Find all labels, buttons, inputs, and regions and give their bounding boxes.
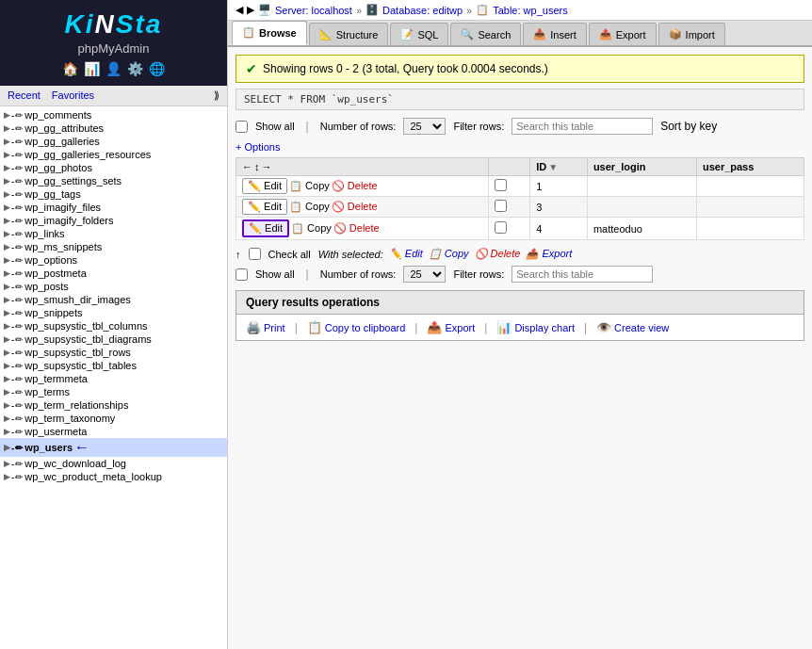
- tab-sql[interactable]: 📝 SQL: [390, 23, 448, 45]
- sidebar-item-wp_gg_tags[interactable]: ▶ - ✏ wp_gg_tags: [0, 187, 227, 201]
- check-all-button[interactable]: Check all: [268, 249, 311, 260]
- table-pencil-icon: ✏: [15, 150, 23, 160]
- bottom-rows-per-page-select[interactable]: 25 50 100: [403, 266, 446, 283]
- row-checkbox-cell: [489, 176, 530, 197]
- sidebar-item-wp_links[interactable]: ▶ - ✏ wp_links: [0, 227, 227, 240]
- user-icon[interactable]: 👤: [106, 61, 122, 76]
- sidebar-item-wp_term_relationships[interactable]: ▶ - ✏ wp_term_relationships: [0, 398, 227, 412]
- settings-icon[interactable]: ⚙️: [127, 61, 143, 76]
- check-all-checkbox[interactable]: [249, 248, 261, 260]
- sidebar-item-wp_termmeta[interactable]: ▶ - ✏ wp_termmeta: [0, 372, 227, 385]
- sidebar-item-wp_supsystic_tbl_tables[interactable]: ▶ - ✏ wp_supsystic_tbl_tables: [0, 359, 227, 372]
- sidebar-item-wp_usermeta[interactable]: ▶ - ✏ wp_usermeta: [0, 425, 227, 438]
- sidebar-item-wp_gg_attributes[interactable]: ▶ - ✏ wp_gg_attributes: [0, 122, 227, 135]
- qro-actions-row: 🖨️Print|📋Copy to clipboard|📤Export|📊Disp…: [236, 315, 804, 340]
- copy-button-row1[interactable]: 📋 Copy: [289, 201, 330, 213]
- tab-import[interactable]: 📦 Import: [658, 23, 725, 45]
- delete-button-row0[interactable]: 🚫 Delete: [332, 180, 378, 192]
- qro-action-export[interactable]: 📤Export: [427, 320, 475, 334]
- top-table-controls: Show all | Number of rows: 25 50 100 Fil…: [235, 118, 804, 135]
- tab-structure[interactable]: 📐 Structure: [309, 23, 389, 45]
- sidebar-item-wp_term_taxonomy[interactable]: ▶ - ✏ wp_term_taxonomy: [0, 412, 227, 425]
- sidebar-item-wp_snippets[interactable]: ▶ - ✏ wp_snippets: [0, 306, 227, 319]
- bottom-edit-link[interactable]: ✏️ Edit: [389, 248, 423, 260]
- qro-action-create-view[interactable]: 👁️Create view: [596, 320, 669, 334]
- sidebar-expand-icon[interactable]: ⟫: [214, 89, 219, 102]
- sidebar-item-wp_users[interactable]: ▶ - ✏ wp_users ←: [0, 438, 227, 457]
- nav-up-icon[interactable]: ↑: [235, 249, 241, 260]
- delete-button-row1[interactable]: 🚫 Delete: [332, 201, 378, 213]
- recent-link[interactable]: Recent: [8, 89, 41, 102]
- sidebar-item-wp_posts[interactable]: ▶ - ✏ wp_posts: [0, 280, 227, 293]
- edit-button-row0[interactable]: ✏️ Edit: [242, 178, 287, 194]
- sidebar-item-wp_comments[interactable]: ▶ - ✏ wp_comments: [0, 108, 227, 122]
- server-link[interactable]: Server: localhost: [275, 5, 352, 16]
- globe-icon[interactable]: 🌐: [149, 61, 165, 76]
- delete-button-row2[interactable]: 🚫 Delete: [333, 222, 380, 235]
- table-pencil-icon: ✏: [15, 282, 23, 292]
- edit-button-row2[interactable]: ✏️ Edit: [242, 219, 289, 237]
- edit-button-row1[interactable]: ✏️ Edit: [242, 199, 287, 215]
- tab-browse[interactable]: 📋 Browse: [232, 21, 307, 45]
- row-checkbox-0[interactable]: [495, 179, 507, 191]
- sidebar-item-wp_gg_settings_sets[interactable]: ▶ - ✏ wp_gg_settings_sets: [0, 174, 227, 187]
- db-icon[interactable]: 📊: [84, 61, 100, 76]
- sidebar-item-wp_gg_galleries_resources[interactable]: ▶ - ✏ wp_gg_galleries_resources: [0, 148, 227, 161]
- bottom-filter-rows-label: Filter rows:: [453, 268, 504, 280]
- database-link[interactable]: Database: editwp: [382, 5, 463, 16]
- sidebar-item-wp_options[interactable]: ▶ - ✏ wp_options: [0, 253, 227, 267]
- sidebar-item-wp_ms_snippets[interactable]: ▶ - ✏ wp_ms_snippets: [0, 240, 227, 253]
- col-user-pass[interactable]: user_pass: [696, 158, 804, 176]
- qro-action-print[interactable]: 🖨️Print: [246, 320, 285, 334]
- tab-insert[interactable]: 📥 Insert: [523, 23, 587, 45]
- qro-action-copy-to-clipboard[interactable]: 📋Copy to clipboard: [307, 320, 406, 334]
- table-pencil-icon: ✏: [15, 203, 23, 213]
- show-all-checkbox[interactable]: [235, 121, 248, 133]
- favorites-link[interactable]: Favorites: [52, 89, 94, 102]
- sidebar-item-wp_smush_dir_images[interactable]: ▶ - ✏ wp_smush_dir_images: [0, 293, 227, 306]
- row-checkbox-1[interactable]: [495, 200, 507, 212]
- table-pencil-icon: ✏: [15, 321, 23, 332]
- bottom-export-link[interactable]: 📤 Export: [526, 248, 572, 260]
- tab-export[interactable]: 📤 Export: [589, 23, 657, 45]
- right-arrow-icon[interactable]: →: [262, 161, 272, 172]
- table-pencil-icon: ✏: [15, 229, 23, 239]
- copy-button-row2[interactable]: 📋 Copy: [291, 222, 332, 235]
- sidebar-item-wp_wc_product_meta_lookup[interactable]: ▶ - ✏ wp_wc_product_meta_lookup: [0, 470, 227, 483]
- sidebar-item-wp_supsystic_tbl_columns[interactable]: ▶ - ✏ wp_supsystic_tbl_columns: [0, 319, 227, 333]
- sidebar-item-wp_imagify_folders[interactable]: ▶ - ✏ wp_imagify_folders: [0, 214, 227, 227]
- qro-label-4: Create view: [614, 322, 669, 333]
- tab-icon-import: 📦: [669, 28, 682, 41]
- sidebar-item-wp_gg_galleries[interactable]: ▶ - ✏ wp_gg_galleries: [0, 135, 227, 148]
- with-selected-label: With selected:: [318, 249, 383, 260]
- top-filter-input[interactable]: [512, 118, 653, 135]
- sidebar-item-wp_supsystic_tbl_diagrams[interactable]: ▶ - ✏ wp_supsystic_tbl_diagrams: [0, 333, 227, 346]
- copy-button-row0[interactable]: 📋 Copy: [289, 180, 330, 192]
- qro-action-display-chart[interactable]: 📊Display chart: [496, 320, 575, 334]
- bottom-delete-link[interactable]: 🚫 Delete: [475, 248, 521, 260]
- left-arrow-icon[interactable]: ←: [242, 161, 252, 172]
- sidebar-item-wp_terms[interactable]: ▶ - ✏ wp_terms: [0, 385, 227, 398]
- sidebar-item-wp_supsystic_tbl_rows[interactable]: ▶ - ✏ wp_supsystic_tbl_rows: [0, 346, 227, 359]
- sidebar-item-wp_wc_download_log[interactable]: ▶ - ✏ wp_wc_download_log: [0, 457, 227, 470]
- tab-search[interactable]: 🔍 Search: [450, 23, 521, 45]
- row-checkbox-2[interactable]: [495, 221, 507, 234]
- sidebar-item-wp_imagify_files[interactable]: ▶ - ✏ wp_imagify_files: [0, 201, 227, 214]
- col-id[interactable]: ID ▼: [530, 158, 588, 176]
- options-link[interactable]: + Options: [235, 141, 280, 153]
- table-small-icon: -: [11, 295, 14, 305]
- export-icon-bottom: 📤: [526, 248, 539, 259]
- options-row: + Options: [235, 140, 804, 154]
- rows-per-page-select[interactable]: 25 50 100: [403, 118, 446, 135]
- col-user-login[interactable]: user_login: [587, 158, 696, 176]
- qro-sep: |: [584, 321, 587, 334]
- sidebar-item-wp_postmeta[interactable]: ▶ - ✏ wp_postmeta: [0, 267, 227, 280]
- sort-icon[interactable]: ↕: [254, 161, 260, 172]
- home-icon[interactable]: 🏠: [62, 61, 78, 76]
- bottom-copy-link[interactable]: 📋 Copy: [429, 248, 469, 260]
- bottom-show-all-checkbox[interactable]: [235, 268, 248, 281]
- bottom-filter-input[interactable]: [512, 266, 653, 283]
- table-link[interactable]: Table: wp_users: [493, 5, 568, 16]
- sidebar-item-wp_gg_photos[interactable]: ▶ - ✏ wp_gg_photos: [0, 161, 227, 174]
- tabs-bar: 📋 Browse 📐 Structure 📝 SQL 🔍 Search 📥 In…: [228, 21, 812, 47]
